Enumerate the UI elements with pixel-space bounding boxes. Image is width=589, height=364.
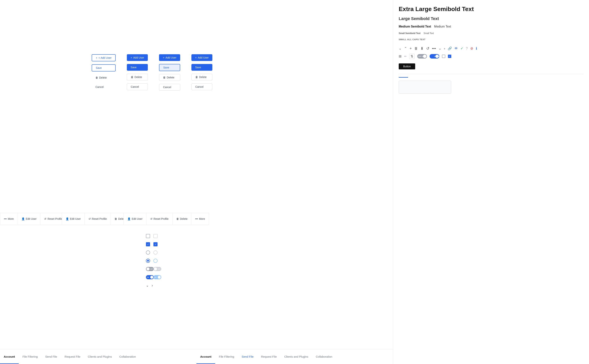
delete-btn-4[interactable]: 🗑 Delete bbox=[191, 74, 213, 80]
toolbar-group-3: 👤 Edit User ↺ Reset Profile 🗑 Delete •••… bbox=[124, 213, 209, 225]
toggle-mini-off-1[interactable]: OFF bbox=[146, 267, 154, 271]
delete-toolbar-btn-2[interactable]: 🗑 Delete bbox=[172, 213, 191, 225]
trash-icon: 🗑 bbox=[95, 76, 98, 79]
text-sm-row: Small Semibold Text Small Text bbox=[399, 32, 583, 35]
more-dots-icon: ••• bbox=[4, 217, 7, 220]
more-btn-0[interactable]: ••• More bbox=[0, 213, 18, 225]
icons-row-1: ⌄ ⌃ + 🗑 ⬇ ↺ ••• ⌄ › 🔗 👁 ✓ ? ⊘ ℹ bbox=[399, 46, 583, 51]
tab-request-file-2[interactable]: Request File bbox=[257, 349, 281, 364]
tab-file-filtering-1[interactable]: File Filtering bbox=[19, 349, 41, 364]
ban-red-icon[interactable]: ⊘ bbox=[470, 46, 473, 51]
more-dots-icon: ••• bbox=[195, 217, 198, 220]
checkbox-checked-1[interactable]: ✓ bbox=[146, 242, 150, 246]
check-green-icon[interactable]: ✓ bbox=[460, 46, 463, 51]
checkbox-checked-2[interactable]: ✓ bbox=[153, 242, 157, 246]
trash-icon: 🗑 bbox=[163, 76, 166, 79]
checkbox-empty-1[interactable] bbox=[146, 234, 150, 238]
edit-user-btn-2[interactable]: 👤 Edit User bbox=[124, 213, 146, 225]
bottom-tabbar-2: Account File Filtering Send File Request… bbox=[196, 349, 393, 364]
toggle-off-knob bbox=[423, 55, 426, 58]
tab-send-file-2[interactable]: Send File bbox=[238, 349, 257, 364]
edit-user-btn-0[interactable]: 👤 Edit User bbox=[18, 213, 41, 225]
toggle-mini-on-1[interactable]: ON bbox=[146, 275, 154, 279]
toggle-mini-on-2[interactable]: ON bbox=[153, 275, 161, 279]
chevron-down-btn[interactable]: ⌄ bbox=[146, 283, 149, 287]
save-btn-4[interactable]: Save bbox=[191, 64, 213, 71]
plus-icon[interactable]: + bbox=[410, 46, 412, 51]
text-sm-regular: Small Text bbox=[423, 32, 434, 35]
save-btn-3[interactable]: Save bbox=[159, 64, 180, 71]
chevron-up-icon[interactable]: ⌃ bbox=[404, 46, 407, 51]
btn-col-4: + Add User Save 🗑 Delete Cancel bbox=[191, 54, 213, 91]
tab-clients-plugins-1[interactable]: Clients and Plugins bbox=[84, 349, 115, 364]
tab-collaboration-1[interactable]: Collaboration bbox=[116, 349, 140, 364]
checkbox-checked[interactable]: ✓ bbox=[448, 55, 451, 58]
plus-icon: + bbox=[195, 56, 197, 59]
divider-line bbox=[399, 74, 583, 74]
cancel-btn-4[interactable]: Cancel bbox=[191, 84, 213, 90]
undo-icon: ↺ bbox=[89, 217, 91, 220]
cancel-btn-2[interactable]: Cancel bbox=[127, 84, 148, 90]
info-blue-icon[interactable]: ℹ bbox=[476, 46, 477, 51]
grid-icon[interactable]: ⊞ bbox=[399, 54, 401, 58]
chevron-down2-icon[interactable]: ⌄ bbox=[438, 46, 441, 51]
undo-icon[interactable]: ↺ bbox=[426, 46, 429, 51]
text-xl-semibold: Extra Large Semibold Text bbox=[399, 6, 583, 13]
user-icon: 👤 bbox=[66, 217, 69, 220]
radio-filled-2[interactable] bbox=[153, 259, 157, 263]
tab-file-filtering-2[interactable]: File Filtering bbox=[215, 349, 238, 364]
pencil-icon[interactable]: ✏ bbox=[404, 55, 406, 58]
chevron-right-btn[interactable]: › bbox=[152, 284, 153, 287]
delete-btn-3[interactable]: 🗑 Delete bbox=[159, 74, 180, 81]
question-icon[interactable]: ? bbox=[466, 46, 468, 51]
link-icon[interactable]: 🔗 bbox=[448, 46, 452, 51]
radio-empty-1[interactable] bbox=[146, 250, 150, 254]
trash-icon[interactable]: 🗑 bbox=[414, 46, 418, 51]
black-button[interactable]: Button bbox=[399, 63, 415, 69]
tab-account-1[interactable]: Account bbox=[0, 349, 19, 364]
edit-user-btn-1[interactable]: 👤 Edit User bbox=[62, 213, 85, 225]
radio-filled-1[interactable] bbox=[146, 259, 150, 263]
trash-icon: 🗑 bbox=[115, 217, 117, 220]
add-user-btn-2[interactable]: + Add User bbox=[127, 54, 148, 61]
checkbox-empty[interactable] bbox=[442, 55, 445, 58]
toggle-on-knob bbox=[435, 55, 439, 58]
text-md-row: Medium Semibold Text Medium Text bbox=[399, 25, 583, 28]
toggle-mini-off-2[interactable]: OFF bbox=[153, 267, 161, 271]
button-groups-container: + + Add User Save 🗑 Delete Cancel + Add … bbox=[92, 54, 212, 91]
text-input-preview[interactable] bbox=[399, 81, 451, 94]
chevron-down-icon[interactable]: ⌄ bbox=[399, 46, 401, 51]
toggle-off-control[interactable]: OFF bbox=[417, 54, 427, 58]
btn-col-2: + Add User Save 🗑 Delete Cancel bbox=[127, 54, 148, 91]
reset-profile-btn-1[interactable]: ↺ Reset Profile bbox=[85, 213, 111, 225]
add-user-btn-3[interactable]: + Add User bbox=[159, 54, 180, 61]
save-btn-1[interactable]: Save bbox=[92, 64, 116, 72]
cancel-btn-1[interactable]: Cancel bbox=[92, 84, 116, 90]
delete-btn-1[interactable]: 🗑 Delete bbox=[92, 74, 116, 81]
tab-send-file-1[interactable]: Send File bbox=[41, 349, 61, 364]
tab-collaboration-2[interactable]: Collaboration bbox=[312, 349, 336, 364]
bottom-tabbar-1: Account File Filtering Send File Request… bbox=[0, 349, 196, 364]
spinbox-icon[interactable]: ⇅ bbox=[409, 54, 415, 59]
chevron-right-icon[interactable]: › bbox=[444, 46, 445, 51]
radio-empty-2[interactable] bbox=[153, 250, 157, 254]
delete-btn-2[interactable]: 🗑 Delete bbox=[127, 74, 148, 80]
download-icon[interactable]: ⬇ bbox=[420, 46, 424, 51]
add-user-btn-1[interactable]: + + Add User bbox=[92, 54, 116, 61]
save-btn-2[interactable]: Save bbox=[127, 64, 148, 71]
cancel-btn-3[interactable]: Cancel bbox=[159, 84, 180, 91]
more-btn-2[interactable]: ••• More bbox=[191, 213, 209, 225]
plus-icon: + bbox=[96, 56, 97, 59]
add-user-btn-4[interactable]: + Add User bbox=[191, 54, 213, 61]
checkbox-empty-2[interactable] bbox=[153, 234, 157, 238]
user-icon: 👤 bbox=[127, 217, 131, 220]
undo-icon: ↺ bbox=[150, 217, 152, 220]
more-dots-icon[interactable]: ••• bbox=[432, 46, 436, 51]
reset-profile-btn-2[interactable]: ↺ Reset Profile bbox=[146, 213, 172, 225]
tab-clients-plugins-2[interactable]: Clients and Plugins bbox=[281, 349, 312, 364]
eye-blue-icon[interactable]: 👁 bbox=[454, 46, 458, 51]
toggle-on-control[interactable]: ON bbox=[430, 54, 439, 58]
tab-request-file-1[interactable]: Request File bbox=[61, 349, 84, 364]
tab-account-2[interactable]: Account bbox=[196, 349, 215, 364]
plus-icon: + bbox=[131, 56, 132, 59]
